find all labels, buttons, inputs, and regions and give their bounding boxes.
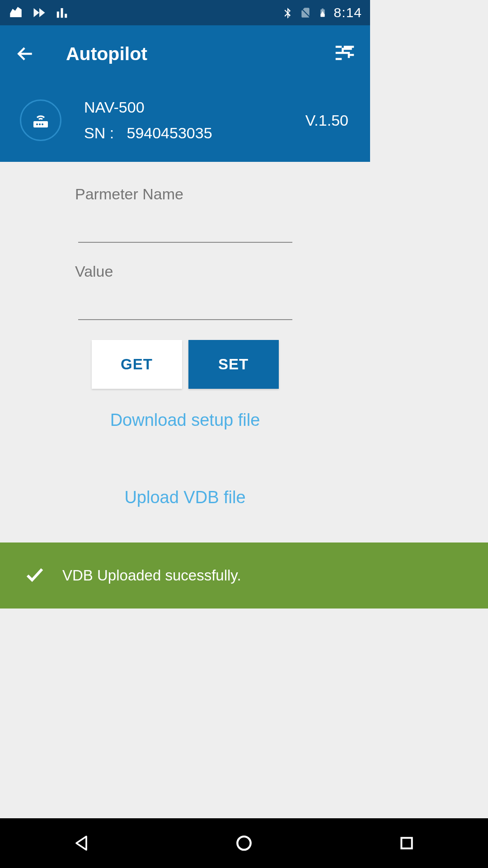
battery-charging-icon [318, 6, 328, 19]
device-panel: NAV-500 SN : 5940453035 V.1.50 [0, 82, 370, 162]
device-version: V.1.50 [305, 112, 348, 129]
upload-vdb-link[interactable]: Upload VDB file [21, 488, 349, 507]
svg-rect-2 [65, 14, 67, 18]
button-row: GET SET [21, 340, 349, 389]
tune-icon [333, 41, 357, 67]
toast-success: VDB Uploaded sucessfully. [0, 542, 370, 609]
download-setup-link[interactable]: Download setup file [21, 410, 349, 430]
set-button[interactable]: SET [188, 340, 279, 389]
device-serial: SN : 5940453035 [84, 124, 305, 142]
device-text: NAV-500 SN : 5940453035 [84, 99, 305, 142]
svg-rect-0 [57, 12, 59, 18]
status-time: 8:14 [334, 5, 362, 20]
back-button[interactable] [12, 40, 39, 67]
parameter-name-label: Parmeter Name [75, 185, 349, 203]
device-icon [20, 99, 61, 141]
app-notification-icon-3 [55, 6, 69, 19]
form-area: Parmeter Name Value GET SET Download set… [0, 162, 370, 507]
toast-message: VDB Uploaded sucessfully. [62, 567, 241, 584]
svg-point-4 [36, 123, 38, 125]
status-right: 8:14 [282, 5, 362, 20]
status-left [8, 5, 69, 20]
status-bar: 8:14 [0, 0, 370, 25]
no-sim-icon [300, 6, 311, 19]
svg-point-6 [42, 123, 43, 125]
device-name: NAV-500 [84, 99, 305, 116]
page-title: Autopilot [66, 43, 331, 65]
parameter-name-input[interactable] [78, 216, 292, 243]
app-notification-icon-1 [8, 5, 23, 20]
svg-rect-1 [61, 8, 63, 18]
sn-label: SN : [84, 124, 114, 142]
tune-button[interactable] [331, 40, 358, 67]
value-input[interactable] [78, 293, 292, 320]
bluetooth-icon [282, 6, 293, 19]
sn-value: 5940453035 [127, 124, 212, 142]
get-button[interactable]: GET [92, 340, 182, 389]
value-label: Value [75, 263, 349, 280]
app-notification-icon-2 [33, 6, 46, 19]
check-icon [21, 564, 49, 587]
app-bar: Autopilot [0, 25, 370, 82]
svg-point-5 [39, 123, 41, 125]
